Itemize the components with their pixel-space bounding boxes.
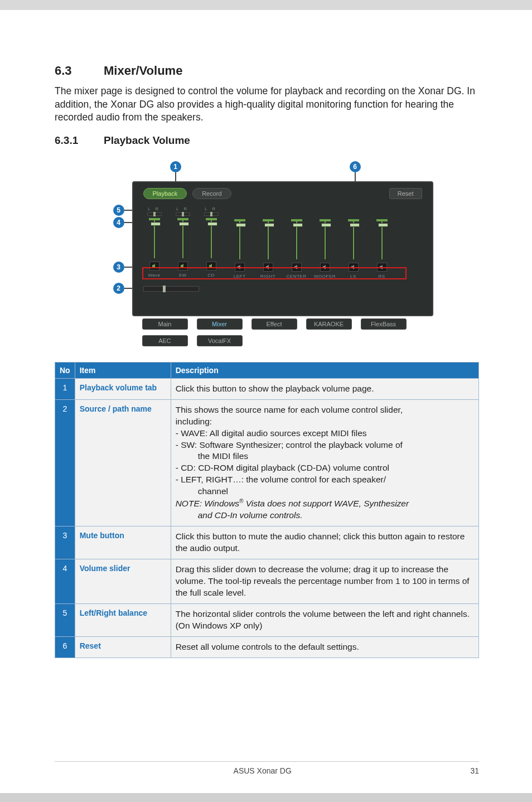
desc-line: - LEFT, RIGHT…: the volume control for e… — [176, 475, 386, 484]
window-top-bar — [0, 0, 532, 10]
desc-line: including: — [176, 417, 212, 426]
cell-item: Playback volume tab — [75, 378, 171, 399]
cell-item: Reset — [75, 636, 171, 658]
section-number: 6.3 — [55, 64, 104, 78]
cell-no: 4 — [55, 559, 75, 604]
lr-balance-slider[interactable] — [176, 212, 190, 216]
col-no: No — [55, 362, 75, 378]
cell-no: 1 — [55, 378, 75, 399]
cell-desc: This shows the source name for each volu… — [171, 399, 478, 526]
desc-line: This shows the source name for each volu… — [176, 405, 403, 414]
callout-1: 1 — [170, 161, 181, 172]
note-rest: Vista does not support WAVE, Synthesizer — [243, 499, 409, 508]
subsection-title: Playback Volume — [104, 134, 190, 146]
tab-karaoke[interactable]: KARAOKE — [306, 318, 352, 330]
subsection-heading: 6.3.1Playback Volume — [55, 134, 479, 147]
footer-rule — [55, 761, 479, 762]
table-row: 1 Playback volume tab Click this button … — [55, 378, 479, 399]
cell-desc: Click this button to mute the audio chan… — [171, 526, 478, 559]
page-footer: ASUS Xonar DG 31 — [0, 761, 532, 775]
tab-flexbass[interactable]: FlexBass — [361, 318, 407, 330]
cell-desc: Drag this slider down to decrease the vo… — [171, 559, 478, 604]
col-item: Item — [75, 362, 171, 378]
section-title: Mixer/Volume — [104, 64, 182, 78]
record-tab[interactable]: Record — [192, 188, 231, 199]
lr-balance-slider[interactable] — [147, 212, 162, 216]
lr-label: L R — [148, 207, 161, 211]
cell-no: 5 — [55, 603, 75, 636]
cell-item: Mute button — [75, 526, 171, 559]
col-desc: Description — [171, 362, 478, 378]
bottom-tab-row: Main Mixer Effect KARAOKE FlexBass AEC V… — [142, 318, 421, 346]
callout-6: 6 — [350, 161, 361, 172]
desc-line: the MIDI files — [176, 451, 248, 462]
cell-desc: Reset all volume controls to the default… — [171, 636, 478, 658]
table-row: 4 Volume slider Drag this slider down to… — [55, 559, 479, 604]
cell-item: Volume slider — [75, 559, 171, 604]
cell-no: 2 — [55, 399, 75, 526]
tab-aec[interactable]: AEC — [142, 335, 188, 346]
section-heading: 6.3Mixer/Volume — [55, 64, 479, 78]
volume-slider[interactable] — [182, 220, 184, 258]
desc-line: channel — [176, 486, 228, 497]
volume-slider[interactable] — [153, 220, 156, 258]
desc-line: - WAVE: All digital audio sources except… — [176, 428, 367, 438]
callout-5: 5 — [113, 205, 124, 216]
lr-balance-slider[interactable] — [204, 212, 219, 216]
cell-item: Source / path name — [75, 399, 171, 526]
desc-line: - CD: CD-ROM digital playback (CD-DA) vo… — [176, 463, 389, 472]
desc-line: - SW: Software Synthesizer; control the … — [176, 440, 403, 450]
table-row: 6 Reset Reset all volume controls to the… — [55, 636, 479, 658]
page-content: 6.3Mixer/Volume The mixer page is design… — [0, 10, 532, 658]
cell-no: 6 — [55, 636, 75, 658]
table-row: 3 Mute button Click this button to mute … — [55, 526, 479, 559]
volume-slider[interactable] — [352, 221, 355, 259]
volume-slider[interactable] — [267, 221, 269, 259]
note-line2: and CD-In volume controls. — [176, 510, 303, 521]
reset-button[interactable]: Reset — [389, 188, 422, 199]
playback-tab[interactable]: Playback — [143, 188, 187, 199]
callout-3: 3 — [113, 262, 124, 273]
volume-slider[interactable] — [239, 221, 241, 259]
callout-4: 4 — [113, 217, 124, 228]
cell-desc: The horizontal slider controls the volum… — [171, 603, 478, 636]
highlight-box — [142, 267, 407, 279]
callout-2: 2 — [113, 283, 124, 294]
intro-paragraph: The mixer page is designed to control th… — [55, 85, 479, 124]
mixer-figure: 1 6 5 4 3 2 Playback Record Reset L R — [89, 161, 446, 345]
footer-page: 31 — [470, 766, 479, 775]
volume-slider[interactable] — [210, 220, 212, 258]
table-row: 5 Left/Right balance The horizontal slid… — [55, 603, 479, 636]
mixer-top-tabs: Playback Record — [143, 188, 231, 199]
volume-slider[interactable] — [381, 221, 383, 259]
volume-slider[interactable] — [296, 221, 298, 259]
tab-main[interactable]: Main — [142, 318, 188, 330]
lr-label: L R — [176, 207, 189, 211]
footer-product: ASUS Xonar DG — [234, 766, 292, 775]
volume-slider[interactable] — [324, 221, 326, 259]
note-prefix: NOTE: Windows — [176, 499, 239, 508]
table-row: 2 Source / path name This shows the sour… — [55, 399, 479, 526]
description-table: No Item Description 1 Playback volume ta… — [55, 362, 479, 658]
mixer-panel: Playback Record Reset L R Wave — [132, 181, 433, 316]
cell-desc: Click this button to show the playback v… — [171, 378, 478, 399]
tab-mixer[interactable]: Mixer — [197, 318, 243, 330]
cell-item: Left/Right balance — [75, 603, 171, 636]
cell-no: 3 — [55, 526, 75, 559]
tab-effect[interactable]: Effect — [252, 318, 297, 330]
master-slider[interactable] — [143, 286, 199, 292]
lr-label: L R — [205, 207, 217, 211]
subsection-number: 6.3.1 — [55, 134, 104, 147]
tab-vocalfx[interactable]: VocalFX — [197, 335, 243, 346]
window-bottom-bar — [0, 793, 532, 802]
